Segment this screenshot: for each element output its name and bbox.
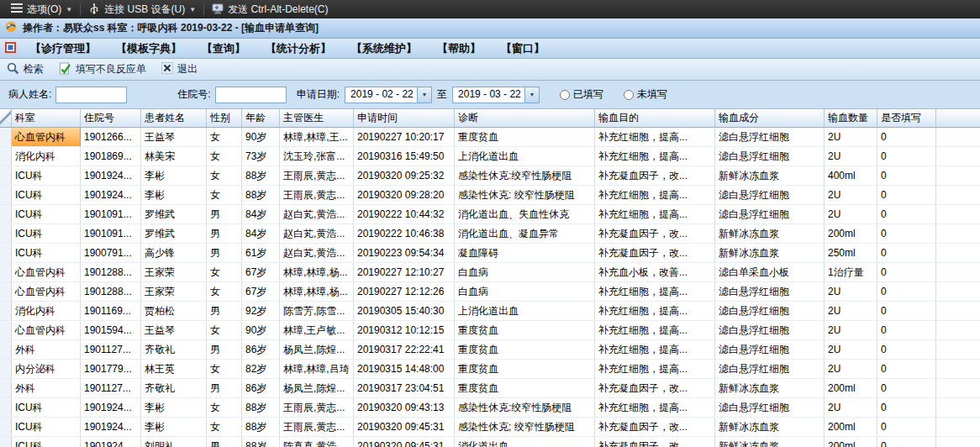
table-cell[interactable]: 20190320 09:25:32 — [354, 166, 455, 185]
table-cell[interactable]: 新鲜冰冻血浆 — [715, 244, 825, 262]
table-cell[interactable]: 20190312 10:12:15 — [354, 321, 455, 339]
date-from-picker[interactable]: 2019 - 02 - 22 ▼ — [345, 87, 432, 103]
table-cell[interactable]: 1901266... — [81, 128, 141, 146]
send-ctrl-alt-delete-button[interactable]: 发送 Ctrl-Alt-Delete(C) — [204, 0, 335, 18]
table-cell[interactable]: 88岁 — [242, 418, 280, 436]
table-cell[interactable]: 20190315 14:48:00 — [354, 360, 455, 378]
row-selector[interactable] — [0, 398, 12, 417]
table-row[interactable]: ICU科1901091...罗维武男84岁赵白芄,黄浩...20190222 1… — [0, 205, 980, 224]
menu-item-system-maintenance[interactable]: 【系统维护】 — [342, 41, 426, 56]
table-cell[interactable]: 消化道出血、凝血异常 — [455, 224, 595, 243]
table-cell[interactable]: 女 — [207, 147, 242, 166]
table-cell[interactable]: 20190316 15:49:50 — [354, 147, 455, 166]
table-cell[interactable]: 250ml — [825, 244, 877, 262]
table-cell[interactable]: 20190227 12:10:27 — [354, 263, 455, 281]
table-cell[interactable]: 1901924... — [81, 418, 141, 436]
date-to-picker[interactable]: 2019 - 03 - 22 ▼ — [452, 87, 540, 103]
table-cell[interactable]: 男 — [207, 205, 242, 224]
table-cell[interactable]: 0 — [877, 186, 936, 204]
table-cell[interactable]: 1治疗量 — [825, 263, 877, 281]
table-cell[interactable]: 20190305 15:40:30 — [354, 302, 455, 320]
row-selector[interactable] — [0, 360, 12, 378]
table-cell[interactable]: 白血病 — [455, 282, 595, 301]
table-cell[interactable]: 林王英 — [141, 360, 207, 378]
table-cell[interactable]: 男 — [207, 340, 242, 359]
row-selector[interactable] — [0, 244, 12, 262]
table-cell[interactable]: 杨凤兰,陈煌... — [280, 340, 354, 359]
table-cell[interactable]: 2U — [825, 186, 877, 204]
table-cell[interactable]: 李彬 — [141, 418, 207, 436]
table-cell[interactable]: 92岁 — [242, 302, 280, 320]
table-cell[interactable]: 女 — [207, 360, 242, 378]
table-cell[interactable]: 女 — [207, 418, 242, 436]
table-cell[interactable]: 重度贫血 — [455, 128, 595, 146]
exit-button[interactable]: 退出 — [161, 62, 198, 76]
table-cell[interactable]: 0 — [877, 263, 936, 281]
table-cell[interactable]: 贾柏松 — [141, 302, 207, 320]
table-cell[interactable]: 2U — [825, 205, 877, 224]
table-cell[interactable]: 感染性休克: 绞窄性肠梗阻 — [455, 186, 595, 204]
table-row[interactable]: 消化内科1901169...贾柏松男92岁陈雪芳,陈雪...20190305 1… — [0, 302, 980, 321]
table-cell[interactable]: ICU科 — [12, 244, 81, 262]
table-cell[interactable]: 1901924... — [81, 398, 141, 417]
table-cell[interactable]: 0 — [877, 379, 936, 397]
table-cell[interactable]: 0 — [877, 282, 936, 301]
row-selector[interactable] — [0, 418, 12, 436]
table-cell[interactable]: 心血管内科 — [12, 282, 81, 301]
select-all-header[interactable] — [0, 109, 12, 127]
table-cell[interactable]: 消化道出血、失血性休克 — [455, 205, 595, 224]
table-cell[interactable]: 0 — [877, 360, 936, 378]
table-cell[interactable]: 补充红细胞，提高... — [595, 398, 715, 417]
admission-no-input[interactable] — [215, 87, 287, 103]
table-cell[interactable]: 0 — [877, 302, 936, 320]
table-cell[interactable]: 王雨辰,黄志... — [280, 166, 354, 185]
table-row[interactable]: 内分泌科1901779...林王英女82岁林璋,林璋,吕琦20190315 14… — [0, 360, 980, 379]
table-cell[interactable]: 2U — [825, 282, 877, 301]
table-cell[interactable]: 林璋,王卢敏... — [280, 321, 354, 339]
table-cell[interactable]: 补充红细胞，提高... — [595, 340, 715, 359]
table-cell[interactable]: 1901869... — [81, 147, 141, 166]
table-cell[interactable]: 1901924... — [81, 166, 141, 185]
fill-adverse-reaction-button[interactable]: 填写不良反应单 — [59, 62, 146, 77]
menu-item-query[interactable]: 【查询】 — [192, 41, 255, 56]
table-cell[interactable]: 赵白芄,黄浩... — [280, 224, 354, 243]
table-cell[interactable]: 滤白悬浮红细胞 — [715, 321, 825, 339]
date-to-dropdown-button[interactable]: ▼ — [524, 87, 539, 103]
table-cell[interactable]: 李彬 — [141, 166, 207, 185]
table-cell[interactable]: 女 — [207, 263, 242, 281]
table-cell[interactable]: 20190222 10:46:38 — [354, 224, 455, 243]
column-header[interactable]: 诊断 — [455, 109, 595, 127]
menu-item-window[interactable]: 【窗口】 — [492, 41, 554, 56]
table-cell[interactable]: 84岁 — [242, 205, 280, 224]
row-selector[interactable] — [0, 205, 12, 224]
table-cell[interactable]: 补充红细胞，提高... — [595, 128, 715, 146]
patient-name-input[interactable] — [55, 87, 127, 103]
table-cell[interactable]: 0 — [877, 244, 936, 262]
table-cell[interactable]: 重度贫血 — [455, 379, 595, 397]
table-cell[interactable]: 林璋,林璋,吕琦 — [280, 360, 354, 378]
column-header[interactable]: 是否填写 — [877, 109, 936, 127]
table-cell[interactable]: 女 — [207, 321, 242, 339]
table-cell[interactable]: 86岁 — [242, 379, 280, 397]
table-cell[interactable]: 88岁 — [242, 186, 280, 204]
table-cell[interactable]: 林璋,林璋,杨... — [280, 282, 354, 301]
table-cell[interactable]: 林璋,林璋,王... — [280, 128, 354, 146]
table-cell[interactable]: ICU科 — [12, 186, 81, 204]
table-cell[interactable]: 0 — [877, 398, 936, 417]
row-selector[interactable] — [0, 282, 12, 301]
table-cell[interactable]: ICU科 — [12, 418, 81, 436]
table-cell[interactable]: 感染性休克:绞窄性肠梗阻 — [455, 166, 595, 185]
table-cell[interactable]: 滤白悬浮红细胞 — [715, 282, 825, 301]
table-cell[interactable]: 补充血小板，改善... — [595, 263, 715, 281]
table-cell[interactable]: 女 — [207, 128, 242, 146]
table-cell[interactable]: 女 — [207, 282, 242, 301]
table-cell[interactable]: 88岁 — [242, 437, 280, 447]
table-row[interactable]: ICU科1900791...高少锋男61岁赵白芄,黄浩...20190223 0… — [0, 244, 980, 263]
column-header[interactable]: 年龄 — [242, 109, 280, 127]
table-cell[interactable]: 1901091... — [81, 224, 141, 243]
table-cell[interactable]: 88岁 — [242, 166, 280, 185]
row-selector[interactable] — [0, 128, 12, 146]
table-cell[interactable]: 1900791... — [81, 244, 141, 262]
table-cell[interactable]: 赵白芄,黄浩... — [280, 244, 354, 262]
table-cell[interactable]: 凝血障碍 — [455, 244, 595, 262]
